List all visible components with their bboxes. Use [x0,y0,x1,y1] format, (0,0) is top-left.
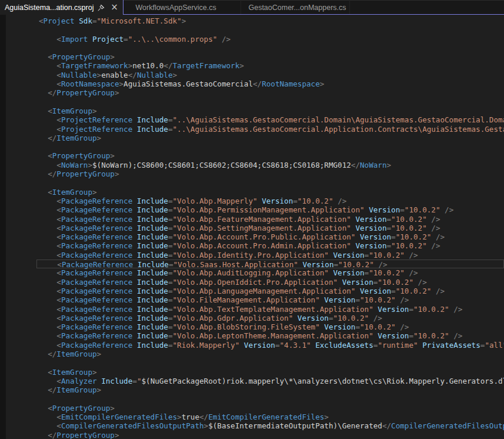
pin-icon[interactable] [96,2,106,13]
code-line[interactable] [36,142,504,151]
code-line[interactable] [36,178,504,187]
code-line[interactable]: <Nullable>enable</Nullable> [36,71,504,79]
code-line[interactable]: <ProjectReference Include="..\AguiaSiste… [36,125,504,134]
code-line[interactable] [36,44,504,52]
code-token: "Volo.Saas.Host.Application" [173,260,298,269]
code-line[interactable]: <PackageReference Include="Volo.Abp.Open… [36,278,504,287]
code-token: = [275,341,280,350]
code-token: = [168,278,173,287]
code-token: /> [373,314,382,322]
code-line[interactable]: <ItemGroup> [36,107,504,115]
code-line[interactable]: <Import Project="..\..\common.props" /> [36,35,504,44]
code-token: = [168,224,173,232]
code-token [132,197,137,205]
code-line[interactable]: <PackageReference Include="Volo.Abp.Mapp… [36,197,504,205]
code-token: Version [342,278,373,287]
code-token: "10.0.2" [378,278,413,287]
code-editor[interactable]: <Project Sdk="Microsoft.NET.Sdk"> <Impor… [6,15,504,439]
code-line[interactable]: <RootNamespace>AguiaSistemas.GestaoComer… [36,79,504,88]
code-line[interactable]: <EmitCompilerGeneratedFiles>true</EmitCo… [36,413,504,421]
code-token [39,287,56,295]
code-line[interactable]: <PackageReference Include="Volo.FileMana… [36,295,504,304]
code-area[interactable]: <Project Sdk="Microsoft.NET.Sdk"> <Impor… [36,16,504,439]
code-token: Include [137,341,168,350]
code-token: Version [298,314,329,322]
code-token: > [97,385,102,394]
code-token [39,251,56,260]
code-line[interactable]: <ProjectReference Include="..\AguiaSiste… [36,115,504,124]
code-token: $(BaseIntermediateOutputPath)\Generated [208,421,382,430]
tab-gestaocomer-mappers[interactable]: GestaoComer...onMappers.cs [241,0,350,15]
code-line[interactable]: </ItemGroup> [36,385,504,394]
code-line[interactable]: <PackageReference Include="Volo.Abp.Feat… [36,215,504,224]
code-line[interactable]: <PackageReference Include="Volo.Abp.Text… [36,305,504,314]
code-line[interactable] [36,394,504,403]
code-token [329,268,333,277]
code-token: > [92,368,97,377]
code-line[interactable]: <PackageReference Include="Volo.Abp.Lang… [36,287,504,295]
code-line[interactable] [36,25,504,34]
code-line[interactable]: <ItemGroup> [36,368,504,377]
code-token: PackageReference [61,268,132,277]
code-token: = [168,287,173,295]
code-line[interactable]: <PropertyGroup> [36,151,504,160]
code-line[interactable]: <CompilerGeneratedFilesOutputPath>$(Base… [36,421,504,430]
code-line[interactable] [36,98,504,107]
code-token [132,251,137,260]
code-line[interactable]: <Project Sdk="Microsoft.NET.Sdk"> [36,16,504,25]
code-token: "Volo.Abp.Account.Pro.Admin.Application" [173,241,351,250]
code-token [39,322,56,331]
code-line[interactable]: </PropertyGroup> [36,431,504,439]
code-token: PackageReference [61,295,132,304]
code-token: ProjectReference [61,125,132,134]
code-line[interactable]: </PropertyGroup> [36,88,504,97]
code-line[interactable]: <PropertyGroup> [36,52,504,61]
left-edge-strip [0,15,6,439]
code-token: = [391,232,396,241]
code-token: "10.0.2" [338,260,374,269]
code-token: > [320,79,325,88]
code-token: Include [137,215,168,224]
code-line[interactable]: <PackageReference Include="Volo.Abp.Sett… [36,224,504,232]
code-line[interactable]: </PropertyGroup> [36,169,504,178]
code-line[interactable] [36,358,504,367]
code-line[interactable]: <PackageReference Include="Riok.Mapperly… [36,341,504,350]
code-token: = [409,305,413,314]
code-line[interactable]: <NoWarn>$(NoWarn);CS8600;CS8601;CS8602;C… [36,161,504,169]
code-token [39,421,56,430]
code-token: PackageReference [61,322,132,331]
code-token: ItemGroup [56,385,96,394]
code-line[interactable]: <PackageReference Include="Volo.Abp.Perm… [36,205,504,214]
code-line[interactable]: <TargetFramework>net10.0</TargetFramewor… [36,61,504,70]
code-token: = [168,341,173,350]
code-token: "Volo.Abp.Account.Pro.Public.Application… [173,232,356,241]
code-line[interactable]: <PackageReference Include="Volo.Abp.Acco… [36,241,504,250]
close-icon[interactable]: × [109,2,119,13]
code-line[interactable]: </ItemGroup> [36,134,504,142]
code-line[interactable]: <PackageReference Include="Volo.Abp.Gdpr… [36,314,504,322]
code-line[interactable]: <PackageReference Include="Volo.Abp.Acco… [36,232,504,241]
tab-workflowsappservice[interactable]: WorkflowsAppService.cs [124,0,241,15]
code-token: Include [137,268,168,277]
code-token [132,331,137,340]
code-token [39,71,56,79]
code-token [431,232,436,241]
code-line[interactable]: <PackageReference Include="Volo.Abp.Blob… [36,322,504,331]
code-line[interactable]: </ItemGroup> [36,350,504,358]
code-token: > [92,188,97,197]
code-token: PackageReference [61,278,132,287]
code-token: > [115,431,119,439]
tab-active-csproj[interactable]: AguiaSistema...ation.csproj × [0,0,124,15]
code-line-current[interactable]: <PackageReference Include="Volo.Saas.Hos… [36,260,504,268]
code-line[interactable]: <PackageReference Include="Volo.Abp.Audi… [36,268,504,277]
code-token: < [56,268,61,277]
code-line[interactable]: <PackageReference Include="Volo.Abp.Iden… [36,251,504,260]
code-token: < [56,322,61,331]
code-line[interactable]: <PropertyGroup> [36,404,504,413]
code-token: < [48,107,52,115]
code-line[interactable]: <ItemGroup> [36,188,504,197]
code-line[interactable]: <PackageReference Include="Volo.Abp.Lept… [36,331,504,340]
code-line[interactable]: <Analyzer Include="$(NuGetPackageRoot)ri… [36,377,504,385]
code-token: = [168,331,173,340]
code-token: AguiaSistemas.GestaoComercial [124,79,253,88]
